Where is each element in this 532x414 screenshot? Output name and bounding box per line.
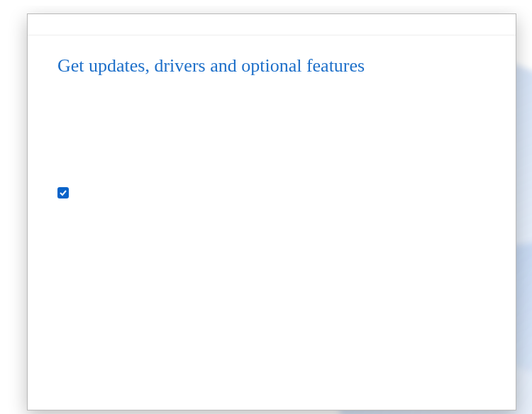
checkbox-label: I want to help make the installation bet…: [73, 35, 516, 400]
checkmark-icon: [57, 187, 69, 198]
help-improve-checkbox[interactable]: I want to help make the installation bet…: [57, 35, 516, 400]
setup-window: Windows 11 Setup Get updates, drivers an…: [27, 13, 516, 410]
titlebar: Windows 11 Setup: [28, 14, 516, 35]
window-controls: [48, 14, 516, 35]
setup-icon: [33, 19, 44, 30]
content-area: Get updates, drivers and optional featur…: [28, 35, 516, 410]
bottom-area: I want to help make the installation bet…: [57, 35, 516, 400]
